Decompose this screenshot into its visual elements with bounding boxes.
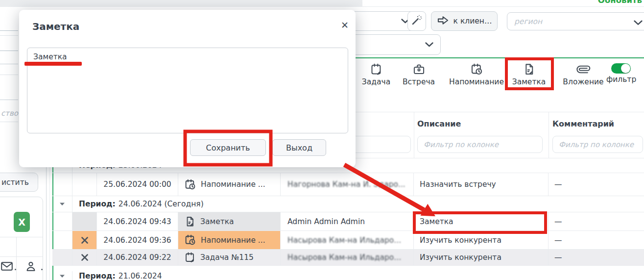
comment-cell: — xyxy=(549,231,644,249)
menu-dot xyxy=(41,269,43,270)
menu-dot xyxy=(15,269,16,270)
exit-button[interactable]: Выход xyxy=(272,139,326,156)
date-cell: 24.06.2024 09:43 xyxy=(97,212,178,230)
date-cell: 25.06.2024 00:00 xyxy=(97,173,178,196)
panel-grid-line xyxy=(0,237,43,237)
period-label: Период: xyxy=(79,272,116,280)
meeting-icon xyxy=(400,61,437,76)
cancel-cell[interactable] xyxy=(72,250,97,265)
task-icon xyxy=(359,61,393,76)
row-gutter xyxy=(52,173,72,196)
chevron-down-icon xyxy=(425,42,433,47)
table-row[interactable]: 24.06.2024 09:43 Заметка Admin Admin Adm… xyxy=(52,212,644,231)
clear-button[interactable]: истить xyxy=(0,173,38,192)
type-cell: Задача №115 xyxy=(178,250,281,265)
action-filter-toggle[interactable]: фильтр xyxy=(606,61,636,84)
column-border xyxy=(549,112,549,158)
client-name: Admin Admin Admin xyxy=(281,212,414,230)
save-button[interactable]: Сохранить xyxy=(190,139,266,156)
action-note[interactable]: Заметка xyxy=(509,61,549,86)
action-task[interactable]: Задача xyxy=(359,61,393,86)
action-meeting[interactable]: Встреча xyxy=(400,61,437,86)
panel-grid-line xyxy=(0,256,43,257)
row-gutter xyxy=(52,231,72,249)
collapse-toggle[interactable] xyxy=(52,271,72,280)
left-fragment-line xyxy=(0,64,18,64)
close-icon[interactable]: ✕ xyxy=(341,20,349,30)
cancel-x-icon xyxy=(81,254,89,261)
excel-export-button[interactable]: X xyxy=(14,212,30,232)
refresh-link[interactable]: Обновить xyxy=(598,0,642,5)
left-fragment-line xyxy=(0,122,18,122)
magic-wand-button[interactable] xyxy=(407,11,426,31)
table-row[interactable]: 25.06.2024 00:00 Напоминание ... Нагорно… xyxy=(52,173,644,196)
left-fragment-line xyxy=(0,75,18,75)
app-screen: Обновить ство к клиен… xyxy=(0,0,644,280)
filter-toggle-switch[interactable] xyxy=(611,63,631,74)
desc-cell: Назначить встречу xyxy=(414,173,549,196)
period-row[interactable]: Период:24.06.2024 (Сегодня) xyxy=(52,196,644,212)
column-border xyxy=(414,112,414,158)
region-input[interactable] xyxy=(507,12,644,30)
left-fragment-line xyxy=(0,35,18,36)
desc-cell: Заметка xyxy=(414,212,549,230)
attachment-icon xyxy=(562,61,605,76)
table-row[interactable]: 24.06.2024 09:36 Напоминание ... Насыров… xyxy=(52,231,644,250)
action-attachment[interactable]: Вложение xyxy=(562,61,605,86)
panel-grid-line xyxy=(16,237,17,280)
task-icon xyxy=(184,252,196,263)
type-cell: Заметка xyxy=(178,212,281,230)
table-row[interactable]: 24.06.2024 09:22 Задача №115 Насырова Ка… xyxy=(52,250,644,266)
magic-wand-icon xyxy=(411,14,423,28)
email-icon[interactable] xyxy=(1,262,13,273)
triangle-down-icon xyxy=(59,274,65,278)
note-icon xyxy=(509,61,549,76)
note-textarea[interactable]: Заметка xyxy=(27,48,348,133)
desc-cell: Изучить конкурента xyxy=(414,231,549,249)
row-gutter xyxy=(52,212,72,230)
top-band xyxy=(0,0,362,6)
left-text-fragment: ство xyxy=(1,109,18,118)
date-cell: 24.06.2024 09:22 xyxy=(97,250,178,265)
person-icon[interactable] xyxy=(25,261,36,274)
comment-cell: — xyxy=(549,173,644,196)
reminder-icon xyxy=(184,234,196,246)
filter-input-desc[interactable] xyxy=(417,136,543,153)
reminder-icon xyxy=(184,178,196,191)
period-label: Период: xyxy=(79,200,116,208)
left-fragment-line xyxy=(0,100,18,100)
filter-input-comment[interactable] xyxy=(552,136,643,153)
arrow-right-icon xyxy=(437,15,449,27)
client-name: Нагорнова Кам-на И. Эдаро... xyxy=(287,180,405,189)
note-icon xyxy=(184,216,196,228)
period-value: 21.06.2024 xyxy=(119,272,162,280)
left-fragment-line xyxy=(0,30,18,31)
date-cell: 24.06.2024 09:36 xyxy=(97,231,178,249)
modal-title: Заметка xyxy=(32,21,79,32)
to-client-button[interactable]: к клиен… xyxy=(431,11,498,31)
desc-cell: Изучить конкурента xyxy=(414,250,549,265)
triangle-down-icon xyxy=(59,202,65,206)
client-name: Насырова Кам-на Ильдаро... xyxy=(287,236,401,245)
row-gutter xyxy=(52,250,72,265)
comment-cell: — xyxy=(549,212,644,230)
clear-button-label: истить xyxy=(1,178,29,187)
top-divider xyxy=(0,6,644,7)
collapse-toggle[interactable] xyxy=(52,196,72,212)
region-chevron-down-icon[interactable] xyxy=(634,18,643,27)
reminder-icon xyxy=(448,61,505,76)
to-client-label: к клиен… xyxy=(453,17,492,25)
type-cell: Напоминание ... xyxy=(178,231,281,249)
type-cell: Напоминание ... xyxy=(178,173,281,196)
cancel-cell[interactable] xyxy=(72,231,97,249)
column-header-desc: Описание xyxy=(417,119,461,128)
note-modal: Заметка ✕ Заметка Сохранить Выход xyxy=(19,10,356,167)
toggle-knob xyxy=(621,64,630,73)
period-row[interactable]: Период:21.06.2024 xyxy=(52,271,644,280)
left-fragment-line xyxy=(0,51,18,51)
period-value: 24.06.2024 (Сегодня) xyxy=(119,200,204,208)
column-header-comment: Комментарий xyxy=(552,119,614,128)
comment-cell: — xyxy=(549,250,644,265)
action-reminder[interactable]: Напоминание xyxy=(448,61,505,86)
cancel-x-icon xyxy=(81,236,89,244)
